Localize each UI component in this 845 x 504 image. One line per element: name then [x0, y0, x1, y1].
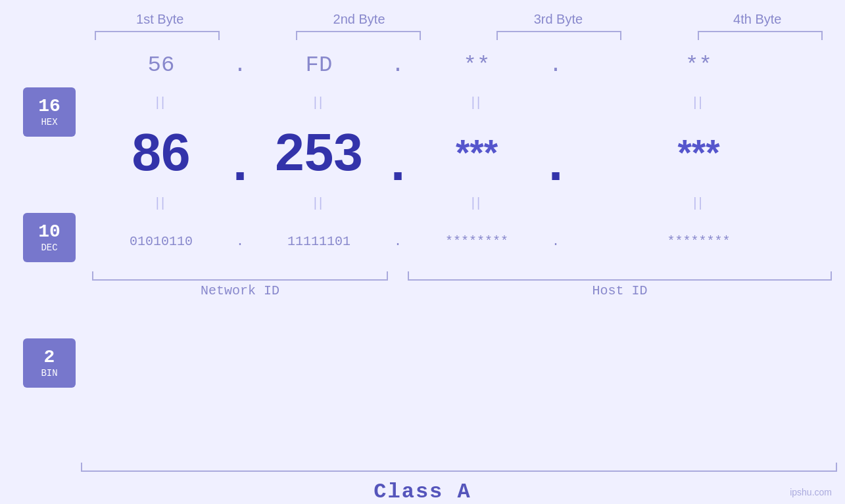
eq-row-1: || || || ||: [92, 89, 832, 114]
main-grid: 16 HEX 10 DEC 2 BIN 56 .: [0, 40, 845, 459]
eq2-b4: ||: [693, 195, 704, 210]
eq1-b2: ||: [314, 95, 324, 110]
hex-b1: 56: [148, 53, 175, 78]
class-label: Class A: [374, 480, 471, 504]
eq2-b2: ||: [314, 195, 324, 210]
dec-b2: 253: [275, 122, 362, 183]
bottom-brackets: [92, 271, 832, 281]
bracket-3: [496, 31, 621, 40]
eq-row-2: || || || ||: [92, 190, 832, 215]
main-container: 1st Byte 2nd Byte 3rd Byte 4th Byte 16 H…: [0, 0, 845, 504]
dec-dot1: .: [233, 132, 247, 193]
bin-b3: ********: [445, 234, 508, 249]
byte4-header: 4th Byte: [688, 12, 827, 27]
hex-b3: **: [464, 53, 491, 78]
dec-b1: 86: [132, 122, 191, 183]
footer-text: ipshu.com: [790, 487, 832, 497]
bin-b1: 01010110: [130, 234, 193, 249]
network-id-label: Network ID: [92, 283, 388, 298]
dec-dot3: .: [548, 132, 563, 193]
byte3-header: 3rd Byte: [489, 12, 627, 27]
byte2-header: 2nd Byte: [290, 12, 428, 27]
host-bracket: [408, 271, 832, 281]
hex-b4: **: [685, 53, 712, 78]
dec-dot2: .: [391, 132, 405, 193]
hex-b2: FD: [306, 53, 333, 78]
bin-b4: ********: [667, 234, 730, 249]
bin-b2: 11111101: [287, 234, 350, 249]
dec-badge: 10 DEC: [23, 213, 76, 262]
footer: ipshu.com: [790, 487, 832, 497]
hex-dot3: .: [549, 53, 562, 78]
bin-dot2: .: [394, 234, 402, 249]
badges-column: 16 HEX 10 DEC 2 BIN: [0, 40, 92, 459]
bin-row: 01010110 . 11111101 . ******** .: [92, 215, 832, 267]
hex-badge: 16 HEX: [23, 87, 76, 137]
host-id-label: Host ID: [408, 283, 832, 298]
hex-dot1: .: [233, 53, 247, 78]
bin-dot1: .: [236, 234, 244, 249]
hex-row: 56 . FD . ** . **: [92, 40, 832, 89]
network-bracket: [92, 271, 388, 281]
eq1-b3: ||: [471, 95, 482, 110]
eq2-b1: ||: [156, 195, 166, 210]
eq1-b4: ||: [693, 95, 704, 110]
top-brackets: [81, 31, 837, 40]
bracket-2: [296, 31, 421, 40]
dec-b3: ***: [456, 131, 498, 173]
dec-b4: ***: [677, 131, 719, 173]
bin-badge: 2 BIN: [23, 338, 76, 388]
hex-dot2: .: [391, 53, 404, 78]
class-row: Class A: [0, 480, 845, 504]
bin-dot3: .: [552, 234, 560, 249]
byte1-header: 1st Byte: [91, 12, 229, 27]
segment-labels: Network ID Host ID: [92, 283, 832, 298]
bracket-1: [95, 31, 220, 40]
outer-bottom-bracket: [81, 463, 837, 472]
bytes-area: 56 . FD . ** . **: [92, 40, 845, 459]
dec-row: 86 . 253 . *** . ***: [92, 114, 832, 190]
eq1-b1: ||: [156, 95, 166, 110]
eq2-b3: ||: [471, 195, 482, 210]
byte-headers: 1st Byte 2nd Byte 3rd Byte 4th Byte: [81, 12, 837, 27]
bracket-4: [698, 31, 823, 40]
